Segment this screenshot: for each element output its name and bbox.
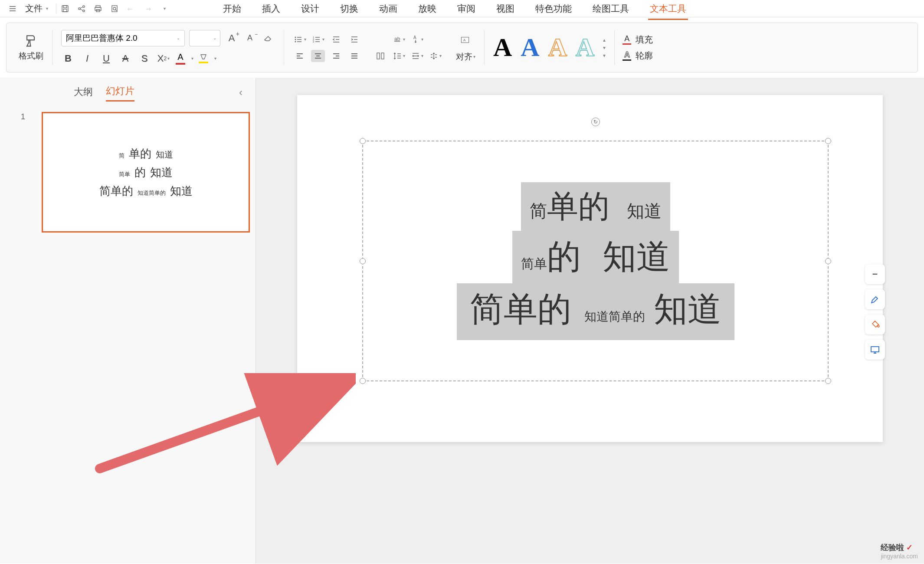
font-size-select[interactable]: ⌄ — [189, 30, 220, 46]
align-right-button[interactable] — [329, 50, 343, 62]
increase-font-button[interactable]: A+ — [225, 31, 239, 45]
chevron-down-icon[interactable]: ▾ — [214, 56, 216, 61]
align-justify-button[interactable] — [347, 50, 361, 62]
resize-handle-tl[interactable] — [360, 138, 366, 144]
para-spacing-button[interactable]: ▾ — [428, 50, 442, 62]
text-outline-button[interactable]: A 轮廓 — [622, 50, 653, 62]
svg-text:3: 3 — [313, 40, 315, 43]
paint-bucket-button[interactable] — [865, 315, 885, 334]
slide-thumbnail-1[interactable]: 简 单的 知道 简单 的 知道 简单的 知道简单的 知道 — [42, 112, 250, 233]
align-center-button[interactable] — [311, 50, 325, 62]
text-direction-button[interactable]: ab▾ — [392, 33, 406, 46]
tab-transition[interactable]: 切换 — [338, 0, 360, 17]
decrease-indent-button[interactable] — [329, 33, 343, 46]
vertical-text-button[interactable]: A▾ — [410, 33, 424, 46]
columns-button[interactable] — [374, 50, 387, 62]
more-dropdown-icon[interactable]: ▾ — [159, 3, 169, 14]
bullet-list-button[interactable]: ▾ — [293, 33, 307, 46]
superscript-button[interactable]: X2▾ — [157, 52, 170, 66]
wordart-style-1[interactable]: A — [493, 33, 512, 62]
svg-text:A: A — [463, 38, 466, 42]
thumb-text: 单的 — [129, 146, 151, 161]
text-content[interactable]: 简 单的 知道 简单 的 知道 简单的 知道简单的 — [363, 141, 828, 380]
redo-icon[interactable] — [142, 3, 153, 14]
resize-handle-br[interactable] — [825, 378, 831, 384]
wordart-more[interactable]: ▴ ▾ ▾ — [603, 37, 606, 59]
text-line-1: 简 单的 知道 — [521, 182, 670, 231]
resize-handle-mr[interactable] — [825, 258, 831, 264]
panel-tabs: 大纲 幻灯片 — [74, 85, 247, 102]
screen-button[interactable] — [865, 340, 885, 360]
tab-drawing-tools[interactable]: 绘图工具 — [591, 0, 631, 17]
undo-icon[interactable] — [126, 3, 136, 14]
tab-text-tools[interactable]: 文本工具 — [648, 0, 688, 17]
align-left-button[interactable] — [293, 50, 307, 62]
divider — [284, 30, 284, 65]
eraser-icon — [263, 33, 273, 43]
wordart-style-2[interactable]: A — [521, 33, 539, 62]
chevron-down-icon: ⌄ — [213, 36, 216, 40]
text-fill-button[interactable]: A 填充 — [622, 34, 653, 46]
format-brush-button[interactable]: 格式刷 — [19, 34, 43, 62]
collapse-panel-button[interactable]: ‹ — [239, 86, 242, 98]
slide-canvas[interactable]: ↻ 简 单的 知道 简单 的 — [297, 95, 883, 442]
chevron-down-icon: ⌄ — [177, 36, 180, 40]
font-name-select[interactable]: 阿里巴巴普惠体 2.0 ⌄ — [61, 30, 185, 46]
numbered-list-button[interactable]: 123▾ — [311, 33, 325, 46]
resize-handle-tr[interactable] — [825, 138, 831, 144]
align-group: A 对齐 ▾ — [448, 23, 482, 72]
wordart-style-4[interactable]: A — [576, 33, 594, 62]
save-icon[interactable] — [60, 3, 70, 14]
svg-point-11 — [295, 36, 296, 38]
tab-insert[interactable]: 插入 — [260, 0, 282, 17]
tab-start[interactable]: 开始 — [221, 0, 243, 17]
textbox-button[interactable]: A — [455, 33, 475, 47]
tab-view[interactable]: 视图 — [495, 0, 516, 17]
eyedropper-icon — [870, 294, 880, 305]
underline-button[interactable]: U — [99, 52, 113, 66]
decrease-font-button[interactable]: A− — [243, 31, 257, 45]
canvas-area: ↻ 简 单的 知道 简单 的 — [256, 78, 924, 564]
outline-label: 轮廓 — [636, 50, 653, 62]
top-menu-bar: 文件 ▾ ▾ 开始 插入 设计 切换 动画 放映 审阅 — [0, 0, 924, 17]
highlight-button[interactable] — [199, 54, 208, 63]
font-color-button[interactable]: A — [176, 52, 185, 65]
slides-tab[interactable]: 幻灯片 — [106, 85, 134, 102]
format-brush-label: 格式刷 — [19, 50, 43, 62]
chevron-down-icon[interactable]: ▾ — [191, 56, 193, 61]
line-spacing-button[interactable]: ▾ — [392, 50, 406, 62]
screen-icon — [870, 344, 880, 355]
resize-handle-ml[interactable] — [360, 258, 366, 264]
file-menu[interactable]: 文件 ▾ — [21, 3, 52, 14]
strikethrough-button[interactable]: A — [118, 52, 132, 66]
watermark-brand: 经验啦 — [881, 543, 904, 552]
clear-format-button[interactable] — [261, 31, 275, 45]
divider — [614, 30, 615, 65]
tab-animation[interactable]: 动画 — [377, 0, 399, 17]
resize-handle-bl[interactable] — [360, 378, 366, 384]
tab-design[interactable]: 设计 — [299, 0, 321, 17]
print-icon[interactable] — [93, 3, 103, 14]
tab-slideshow[interactable]: 放映 — [416, 0, 438, 17]
bold-button[interactable]: B — [61, 52, 75, 66]
hamburger-menu[interactable] — [4, 5, 21, 13]
eyedropper-button[interactable] — [865, 289, 885, 309]
share-icon[interactable] — [76, 3, 87, 14]
slide-number: 1 — [21, 112, 25, 121]
outline-tab[interactable]: 大纲 — [74, 85, 93, 101]
text-span: 知道 — [603, 234, 670, 280]
svg-rect-1 — [63, 6, 67, 8]
align-dropdown[interactable]: 对齐 ▾ — [454, 51, 475, 62]
tab-review[interactable]: 审阅 — [455, 0, 477, 17]
zoom-out-button[interactable]: − — [865, 264, 885, 284]
tab-features[interactable]: 特色功能 — [534, 0, 573, 17]
italic-button[interactable]: I — [80, 52, 94, 66]
print-preview-icon[interactable] — [109, 3, 120, 14]
text-box-selected[interactable]: ↻ 简 单的 知道 简单 的 — [362, 141, 829, 381]
svg-point-13 — [295, 41, 296, 42]
shadow-button[interactable]: S — [138, 52, 151, 66]
char-spacing-button[interactable]: ▾ — [410, 50, 424, 62]
wordart-style-3[interactable]: A — [548, 33, 567, 62]
rotate-handle[interactable]: ↻ — [591, 118, 600, 126]
increase-indent-button[interactable] — [347, 33, 361, 46]
